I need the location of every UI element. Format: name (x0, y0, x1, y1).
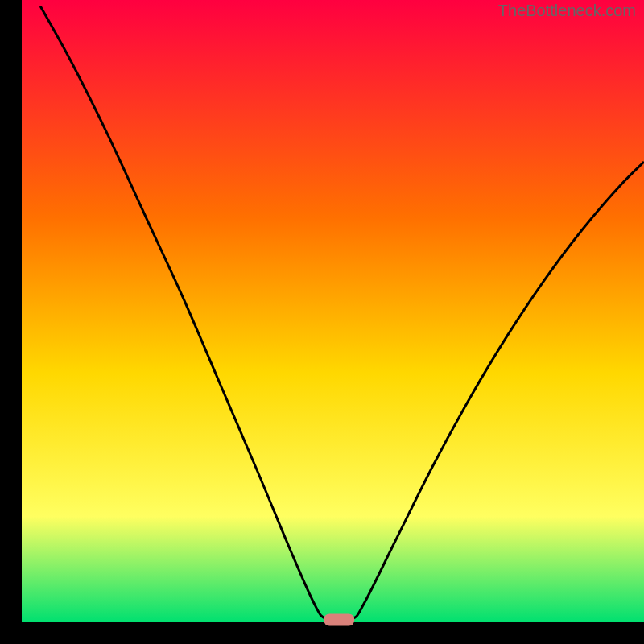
plot-area (22, 0, 644, 622)
chart-svg (0, 0, 644, 644)
optimal-marker (324, 614, 354, 626)
watermark-text: TheBottleneck.com (498, 2, 636, 20)
bottleneck-chart: TheBottleneck.com (0, 0, 644, 644)
